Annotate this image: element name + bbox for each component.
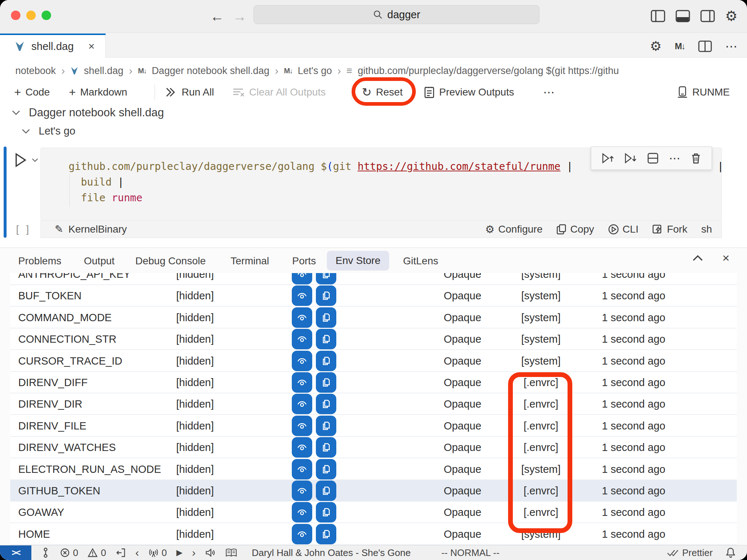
tab-close-icon[interactable]: × [88,40,95,52]
table-row[interactable]: CURSOR_TRACE_ID [hidden] Opaque [system]… [10,350,737,372]
reveal-value-button[interactable] [292,502,312,522]
run-cell-icon[interactable] [13,152,28,168]
notebook-settings-gear-icon[interactable]: ⚙ [650,39,662,54]
copy-value-button[interactable] [316,307,336,328]
copy-value-button[interactable] [316,351,336,371]
reveal-value-button[interactable] [292,481,312,501]
minimize-window-button[interactable] [26,11,36,20]
breadcrumb-file[interactable]: shell.dag [84,65,123,77]
panel-tab-env-store[interactable]: Env Store [327,251,389,271]
table-row[interactable]: DIRENV_DIFF [hidden] Opaque [.envrc] 1 s… [10,372,737,393]
execute-below-icon[interactable] [624,152,637,165]
reveal-value-button[interactable] [292,524,312,544]
errors-indicator[interactable]: 0 [60,547,78,559]
table-row[interactable]: ELECTRON_RUN_AS_NODE [hidden] Opaque [sy… [10,459,737,480]
cell-language-picker[interactable]: sh [701,223,712,235]
breadcrumb-heading1[interactable]: Dagger notebook shell.dag [152,65,270,77]
history-forward-button[interactable]: → [233,7,247,26]
command-center-search[interactable]: dagger [253,5,539,24]
copy-value-button[interactable] [316,329,336,349]
logout-door-icon[interactable] [116,548,126,558]
cell-more-actions-icon[interactable]: ⋯ [669,151,681,165]
table-row[interactable]: DIRENV_WATCHES [hidden] Opaque [.envrc] … [10,437,737,458]
table-row[interactable]: BUF_TOKEN [hidden] Opaque [system] 1 sec… [10,285,737,307]
table-row[interactable]: ANTHROPIC_API_KEY [hidden] Opaque [syste… [10,273,737,285]
now-playing-song[interactable]: Daryl Hall & John Oates - She's Gone [252,547,411,559]
split-cell-icon[interactable] [647,152,659,164]
zoom-window-button[interactable] [42,11,51,20]
ports-indicator[interactable]: 0 [148,547,167,559]
cli-button[interactable]: CLI [608,223,639,235]
reveal-value-button[interactable] [292,307,312,328]
run-all-button[interactable]: Run All [165,81,214,104]
reveal-value-button[interactable] [292,372,312,393]
copy-value-button[interactable] [316,437,336,458]
table-row[interactable]: DIRENV_DIR [hidden] Opaque [.envrc] 1 se… [10,393,737,415]
vim-mode-indicator[interactable]: -- NORMAL -- [441,547,499,559]
maximize-panel-chevron-icon[interactable] [692,254,704,262]
copy-value-button[interactable] [316,416,336,436]
source-control-graph-icon[interactable] [41,547,50,558]
copy-value-button[interactable] [316,502,336,522]
reveal-value-button[interactable] [292,329,312,349]
panel-tab-debug-console[interactable]: Debug Console [135,253,206,269]
chevron-left-nav[interactable]: ‹ [135,547,139,559]
reading-book-icon[interactable] [225,548,237,558]
reset-button[interactable]: ↻ Reset [362,81,403,104]
delete-cell-icon[interactable] [690,152,702,164]
table-row[interactable]: CONNECTION_STR [hidden] Opaque [system] … [10,328,737,350]
panel-tab-terminal[interactable]: Terminal [231,253,269,269]
toggle-right-sidebar-icon[interactable] [700,9,715,23]
tab-shell-dag[interactable]: shell.dag × [0,34,106,58]
add-code-cell-button[interactable]: + Code [14,81,50,104]
runme-button[interactable]: RUNME [677,81,730,104]
copy-value-button[interactable] [316,372,336,393]
reveal-value-button[interactable] [292,459,312,479]
panel-tab-ports[interactable]: Ports [292,253,316,269]
reveal-value-button[interactable] [292,437,312,458]
markdown-export-icon[interactable]: M↓ [675,41,685,51]
chevron-right-nav[interactable]: › [192,547,196,559]
table-row-selected[interactable]: GITHUB_TOKEN [hidden] Opaque [.envrc] 1 … [10,480,737,502]
reveal-value-button[interactable] [292,273,312,284]
play-task-icon[interactable]: ▶ [176,548,182,557]
breadcrumb-heading2[interactable]: Let's go [298,65,332,77]
toggle-panel-icon[interactable] [676,9,690,23]
run-options-chevron-icon[interactable] [31,157,39,163]
table-row[interactable]: GOAWAY [hidden] Opaque [.envrc] 1 second… [10,502,737,523]
collapse-chevron-icon[interactable] [11,109,21,116]
table-row[interactable]: HOME [hidden] Opaque [system] 1 second a… [10,524,737,545]
copy-value-button[interactable] [316,273,336,284]
speaker-icon[interactable] [205,548,216,558]
code-link[interactable]: https://github.com/stateful/runme [357,160,560,172]
panel-tab-output[interactable]: Output [84,253,115,269]
history-back-button[interactable]: ← [210,7,224,26]
formatter-indicator[interactable]: Prettier [667,547,713,559]
toggle-left-sidebar-icon[interactable] [651,9,665,23]
add-markdown-cell-button[interactable]: + Markdown [69,81,127,104]
settings-gear-icon[interactable]: ⚙ [725,8,738,24]
copy-value-button[interactable] [316,481,336,501]
copy-button[interactable]: Copy [556,223,594,235]
warnings-indicator[interactable]: 0 [88,547,106,559]
table-row[interactable]: COMMAND_MODE [hidden] Opaque [system] 1 … [10,307,737,328]
split-editor-icon[interactable] [698,40,712,52]
breadcrumb-code-cell[interactable]: github.com/purpleclay/daggerverse/golang… [358,65,619,77]
copy-value-button[interactable] [316,285,336,306]
panel-tab-problems[interactable]: Problems [18,253,61,269]
close-panel-icon[interactable]: × [722,251,729,265]
reveal-value-button[interactable] [292,394,312,414]
execute-above-icon[interactable] [601,152,614,165]
kernel-selector[interactable]: ✎ KernelBinary [55,223,127,235]
more-actions-icon[interactable]: ⋯ [725,39,738,54]
reveal-value-button[interactable] [292,351,312,371]
table-row[interactable]: DIRENV_FILE [hidden] Opaque [.envrc] 1 s… [10,415,737,437]
breadcrumb-notebook[interactable]: notebook [15,65,56,77]
clear-all-outputs-button[interactable]: Clear All Outputs [232,81,326,104]
notifications-bell-icon[interactable] [725,547,736,559]
fork-button[interactable]: Fork [652,223,687,235]
collapse-chevron-icon[interactable] [21,128,31,135]
copy-value-button[interactable] [316,524,336,544]
remote-indicator[interactable]: >< [0,545,31,560]
configure-button[interactable]: ⚙ Configure [485,223,542,236]
